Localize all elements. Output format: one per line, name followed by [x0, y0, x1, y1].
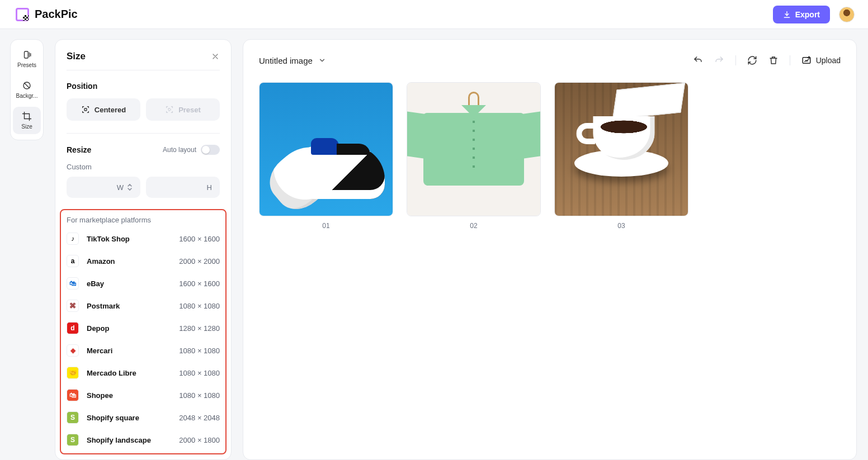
platform-name: Depop	[87, 324, 171, 333]
app-name: PackPic	[35, 8, 78, 21]
app-header: PackPic Export	[0, 0, 868, 29]
redo-icon	[714, 55, 724, 65]
chevron-down-icon	[318, 56, 326, 64]
custom-label: Custom	[67, 163, 220, 171]
thumbnail-row: 01 02 03	[259, 82, 841, 230]
rail-item-presets[interactable]: Presets	[13, 45, 41, 73]
export-button[interactable]: Export	[773, 6, 830, 23]
platform-name: Mercado Libre	[87, 369, 171, 377]
platform-icon: S	[67, 411, 79, 424]
platform-size: 1080 × 1080	[179, 302, 220, 310]
undo-button[interactable]	[693, 55, 703, 65]
redo-button[interactable]	[714, 55, 724, 65]
platform-icon: ◆	[67, 344, 79, 357]
stepper-icon	[127, 183, 133, 191]
platform-name: eBay	[87, 279, 171, 288]
platform-name: Mercari	[87, 347, 171, 355]
platform-icon: 🛍	[67, 389, 79, 401]
rail-item-background[interactable]: Backgr...	[13, 76, 41, 103]
h-label: H	[207, 183, 212, 192]
image-title-dropdown[interactable]: Untitled image	[259, 56, 326, 65]
close-icon[interactable]	[211, 52, 220, 61]
divider	[790, 55, 790, 65]
centered-icon	[81, 105, 90, 114]
divider	[735, 55, 736, 65]
platform-name: Amazon	[87, 257, 171, 265]
platform-icon: a	[67, 255, 79, 267]
thumbnail-image	[554, 82, 688, 216]
left-rail: Presets Backgr... Size	[10, 39, 44, 140]
panel-title: Size	[67, 51, 86, 62]
auto-layout-label: Auto layout	[163, 146, 196, 154]
platform-icon: ♪	[67, 233, 79, 245]
platform-name: Postmark	[87, 302, 171, 310]
rail-label: Backgr...	[16, 93, 38, 99]
platform-size: 2048 × 2048	[179, 414, 220, 422]
export-label: Export	[795, 10, 820, 19]
thumbnail-image	[259, 82, 393, 216]
resize-label: Resize	[67, 145, 91, 154]
marketplace-item[interactable]: 🛍eBay1600 × 1600	[67, 272, 220, 295]
svg-rect-0	[25, 51, 29, 58]
platform-size: 1280 × 1280	[179, 324, 220, 333]
canvas-area: Untitled image	[243, 39, 857, 460]
centered-button[interactable]: Centered	[67, 98, 140, 121]
platform-size: 1600 × 1600	[179, 235, 220, 243]
centered-label: Centered	[95, 106, 126, 114]
marketplace-item[interactable]: 🤝Mercado Libre1080 × 1080	[67, 362, 220, 384]
upload-button[interactable]: Upload	[801, 55, 841, 65]
thumbnail[interactable]: 02	[407, 82, 541, 230]
marketplace-item[interactable]: ◆Mercari1080 × 1080	[67, 339, 220, 362]
panel-header: Size	[67, 51, 220, 70]
crop-icon	[22, 111, 32, 121]
undo-icon	[693, 55, 703, 65]
preset-icon	[165, 105, 174, 114]
platform-name: Shopee	[87, 391, 171, 400]
platform-icon: 🛍	[67, 277, 79, 290]
rail-item-size[interactable]: Size	[13, 107, 41, 134]
background-icon	[22, 80, 32, 91]
presets-icon	[22, 50, 32, 60]
preset-button[interactable]: Preset	[146, 98, 220, 121]
delete-button[interactable]	[768, 55, 779, 65]
logo-icon	[16, 8, 29, 21]
marketplace-title: For marketplace platforms	[67, 216, 220, 224]
thumbnail[interactable]: 03	[554, 82, 688, 230]
trash-icon	[768, 55, 779, 65]
position-label: Position	[67, 82, 220, 91]
rail-label: Size	[21, 124, 32, 130]
image-title: Untitled image	[259, 56, 313, 65]
preset-label: Preset	[178, 106, 201, 114]
marketplace-item[interactable]: SShopify landscape2000 × 1800	[67, 429, 220, 451]
size-panel: Size Position Centered Preset Resize Aut…	[55, 39, 232, 460]
platform-icon: ⌘	[67, 300, 79, 312]
refresh-button[interactable]	[747, 55, 757, 65]
platform-name: Shopify square	[87, 414, 171, 422]
platform-size: 2000 × 2000	[179, 257, 220, 265]
platform-icon: 🤝	[67, 367, 79, 379]
marketplace-item[interactable]: aAmazon2000 × 2000	[67, 250, 220, 272]
platform-size: 1080 × 1080	[179, 391, 220, 400]
marketplace-item[interactable]: ♪TikTok Shop1600 × 1600	[67, 227, 220, 250]
thumbnail-label: 03	[617, 222, 625, 230]
upload-label: Upload	[816, 56, 841, 65]
platform-size: 1600 × 1600	[179, 279, 220, 288]
platform-name: TikTok Shop	[87, 235, 171, 243]
marketplace-item[interactable]: ⌘Postmark1080 × 1080	[67, 295, 220, 317]
avatar[interactable]	[839, 7, 855, 22]
width-input[interactable]: W	[67, 177, 140, 198]
download-icon	[783, 11, 791, 18]
upload-icon	[801, 55, 812, 65]
auto-layout-toggle[interactable]	[201, 145, 220, 155]
platform-size: 1080 × 1080	[179, 369, 220, 377]
thumbnail-label: 02	[470, 222, 477, 230]
platform-name: Shopify landscape	[87, 436, 171, 444]
canvas-toolbar: Untitled image	[259, 52, 841, 69]
height-input[interactable]: H	[146, 177, 220, 198]
app-logo[interactable]: PackPic	[16, 8, 78, 21]
platform-size: 2000 × 1800	[179, 436, 220, 444]
marketplace-item[interactable]: 🛍Shopee1080 × 1080	[67, 384, 220, 406]
thumbnail[interactable]: 01	[259, 82, 393, 230]
marketplace-item[interactable]: dDepop1280 × 1280	[67, 317, 220, 339]
marketplace-item[interactable]: SShopify square2048 × 2048	[67, 406, 220, 429]
